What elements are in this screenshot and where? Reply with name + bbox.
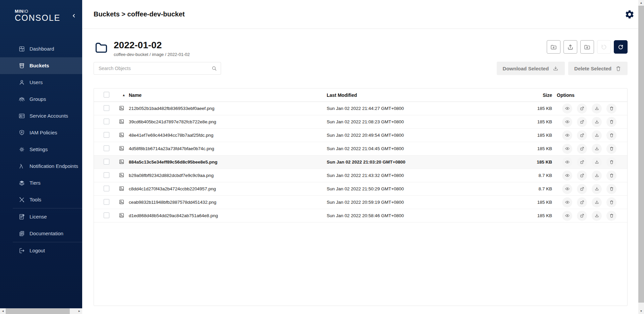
folder-icon xyxy=(94,41,109,55)
share-button[interactable] xyxy=(577,104,587,114)
table-row[interactable]: 4d58f8b1b6714a23a73fd47bfae0b74c.pngSun … xyxy=(94,142,627,155)
preview-button[interactable] xyxy=(562,197,572,207)
download-tray-icon xyxy=(594,146,599,151)
settings-gear-button[interactable] xyxy=(625,9,635,20)
table-header-row: ▲ Name Last Modified Size Options xyxy=(94,88,627,102)
preview-button[interactable] xyxy=(562,211,572,221)
share-button[interactable] xyxy=(577,117,587,127)
delete-button[interactable] xyxy=(606,211,616,221)
row-checkbox[interactable] xyxy=(104,105,109,111)
search-input[interactable] xyxy=(94,62,221,75)
delete-selected-button[interactable]: Delete Selected xyxy=(568,62,628,75)
select-all-checkbox[interactable] xyxy=(104,92,109,98)
table-row[interactable]: 48e41ef7e69c443494cc78b7aaf25fdc.pngSun … xyxy=(94,129,627,142)
row-checkbox[interactable] xyxy=(104,159,109,165)
sidebar-item-iam-policies[interactable]: IAM Policies xyxy=(0,124,82,141)
delete-button[interactable] xyxy=(606,104,616,114)
column-header-name[interactable]: Name xyxy=(129,92,327,98)
table-row[interactable]: b29a08fbf92342d882dcbdf7e9c9c9aa.pngSun … xyxy=(94,169,627,182)
new-path-button[interactable] xyxy=(547,40,560,54)
sidebar-item-groups[interactable]: Groups xyxy=(0,91,82,108)
scroll-down-arrow-icon[interactable]: ▼ xyxy=(638,308,644,314)
row-checkbox[interactable] xyxy=(104,119,109,124)
delete-button[interactable] xyxy=(606,117,616,127)
sidebar-item-buckets[interactable]: Buckets xyxy=(0,57,82,74)
scroll-left-arrow-icon[interactable]: ◄ xyxy=(0,308,6,314)
download-button[interactable] xyxy=(592,197,602,207)
upload-folder-button[interactable] xyxy=(580,40,594,54)
download-button[interactable] xyxy=(592,117,602,127)
sidebar-item-users[interactable]: Users xyxy=(0,74,82,91)
row-checkbox[interactable] xyxy=(104,132,109,138)
table-row[interactable]: c8dd4c1d270f43a2b4724ccbb2204957.pngSun … xyxy=(94,182,627,196)
upload-file-button[interactable] xyxy=(564,40,577,54)
share-button[interactable] xyxy=(577,130,587,140)
table-row[interactable]: 212b052b1bad482fb8369533ebf0aeef.pngSun … xyxy=(94,102,627,115)
object-last-modified: Sun Jan 02 2022 21:50:29 GMT+0800 xyxy=(327,186,519,191)
preview-button[interactable] xyxy=(562,184,572,194)
table-row[interactable]: ceab9832b11948bfb2887578dd451432.pngSun … xyxy=(94,196,627,209)
sidebar-item-settings[interactable]: Settings xyxy=(0,141,82,158)
share-button[interactable] xyxy=(577,171,587,181)
sidebar-item-dashboard[interactable]: Dashboard xyxy=(0,41,82,57)
license-icon xyxy=(18,213,25,220)
object-path-breadcrumb[interactable]: coffee-dev-bucket / image / 2022-01-02 xyxy=(114,52,190,57)
delete-button[interactable] xyxy=(606,130,616,140)
sidebar-item-documentation[interactable]: Documentation xyxy=(0,225,82,242)
sort-asc-icon[interactable]: ▲ xyxy=(119,93,129,97)
sidebar-item-tiers[interactable]: Tiers xyxy=(0,175,82,191)
sidebar-item-license[interactable]: License xyxy=(0,208,82,225)
download-button[interactable] xyxy=(592,171,602,181)
delete-button[interactable] xyxy=(606,171,616,181)
download-button[interactable] xyxy=(592,130,602,140)
refresh-button[interactable] xyxy=(614,40,628,54)
sidebar-item-logout[interactable]: Logout xyxy=(0,242,82,259)
download-button[interactable] xyxy=(592,104,602,114)
share-button[interactable] xyxy=(577,157,587,167)
rewind-button[interactable] xyxy=(597,40,611,54)
horizontal-scrollbar-thumb[interactable] xyxy=(6,308,70,314)
breadcrumb[interactable]: Buckets > coffee-dev-bucket xyxy=(94,10,185,18)
delete-button[interactable] xyxy=(606,157,616,167)
delete-button[interactable] xyxy=(606,184,616,194)
sidebar-item-service-accounts[interactable]: Service Accounts xyxy=(0,108,82,124)
download-selected-button[interactable]: Download Selected xyxy=(497,62,565,75)
delete-button[interactable] xyxy=(606,144,616,154)
object-name: 48e41ef7e69c443494cc78b7aaf25fdc.png xyxy=(129,133,327,138)
download-button[interactable] xyxy=(592,144,602,154)
share-button[interactable] xyxy=(577,197,587,207)
row-checkbox[interactable] xyxy=(104,199,109,205)
preview-button[interactable] xyxy=(562,130,572,140)
row-checkbox[interactable] xyxy=(104,186,109,191)
sidebar-horizontal-scrollbar[interactable]: ◄ ► xyxy=(0,308,82,314)
scroll-right-arrow-icon[interactable]: ► xyxy=(76,308,82,314)
image-file-icon xyxy=(119,145,124,151)
preview-button[interactable] xyxy=(562,171,572,181)
vertical-scrollbar[interactable]: ▲ ▼ xyxy=(638,0,644,314)
share-button[interactable] xyxy=(577,184,587,194)
preview-button[interactable] xyxy=(562,144,572,154)
download-tray-icon xyxy=(552,65,559,72)
scroll-up-arrow-icon[interactable]: ▲ xyxy=(638,0,644,6)
table-row[interactable]: 39cd6b405bc241d7897e782fcb722e8e.pngSun … xyxy=(94,115,627,129)
share-button[interactable] xyxy=(577,144,587,154)
preview-button[interactable] xyxy=(562,157,572,167)
preview-button[interactable] xyxy=(562,104,572,114)
delete-button[interactable] xyxy=(606,197,616,207)
table-row[interactable]: 884a5c13c5e34eff89c56d8c95bee8e5.pngSun … xyxy=(94,155,627,169)
download-button[interactable] xyxy=(592,184,602,194)
preview-button[interactable] xyxy=(562,117,572,127)
row-checkbox[interactable] xyxy=(104,145,109,151)
object-last-modified: Sun Jan 02 2022 20:49:54 GMT+0800 xyxy=(327,133,519,138)
share-button[interactable] xyxy=(577,211,587,221)
download-button[interactable] xyxy=(592,157,602,167)
sidebar-item-tools[interactable]: Tools xyxy=(0,191,82,208)
row-checkbox[interactable] xyxy=(104,172,109,178)
vertical-scrollbar-thumb[interactable] xyxy=(638,6,644,303)
row-checkbox[interactable] xyxy=(104,212,109,218)
column-header-size: Size xyxy=(519,92,552,98)
sidebar-collapse-button[interactable] xyxy=(70,12,78,19)
sidebar-item-notification-endpoints[interactable]: Notification Endpoints xyxy=(0,158,82,175)
table-row[interactable]: d1ed868d48b54dd29ac842ab751a64e8.pngSun … xyxy=(94,209,627,223)
download-button[interactable] xyxy=(592,211,602,221)
